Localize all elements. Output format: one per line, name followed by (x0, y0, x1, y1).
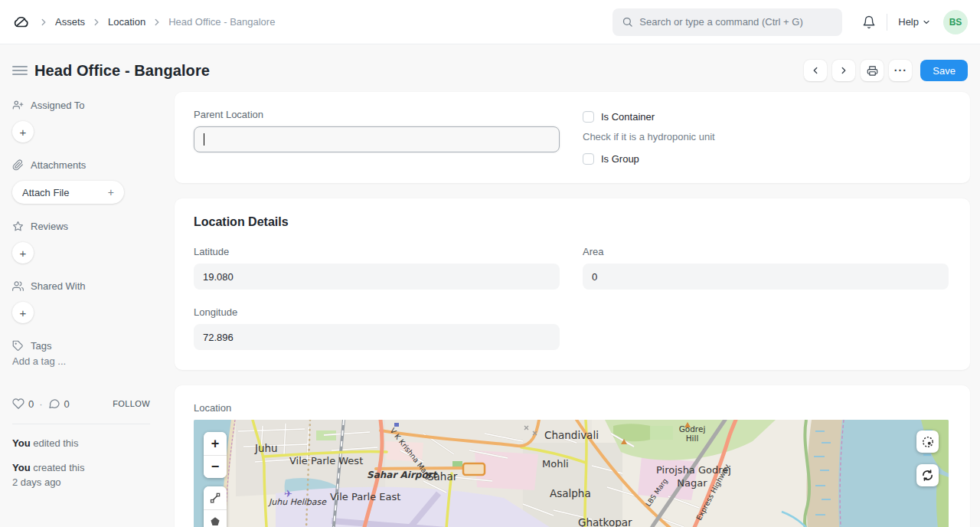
follow-button[interactable]: FOLLOW (113, 399, 150, 408)
text-caret (204, 133, 204, 146)
map-label: Ghatkopar (578, 516, 632, 527)
map-label: Hill (686, 434, 699, 443)
chevron-right-icon (152, 17, 162, 28)
heart-icon[interactable] (12, 398, 24, 410)
map-zoom-out-button[interactable]: − (204, 455, 227, 478)
sidebar-toggle-icon[interactable] (12, 66, 28, 75)
map-zoom-control: + − (204, 432, 227, 478)
card-location-map: Location (175, 385, 970, 527)
locate-dots-icon (921, 435, 935, 449)
map-refresh-button[interactable] (916, 464, 939, 486)
activity-timestamp: 2 days ago (12, 476, 150, 490)
is-group-checkbox[interactable] (583, 153, 594, 165)
printer-icon (867, 65, 878, 77)
comment-count: 0 (64, 398, 70, 410)
location-details-heading: Location Details (194, 215, 949, 229)
map-label: Chandivali (544, 429, 599, 441)
notifications-bell-icon[interactable] (862, 15, 876, 29)
user-avatar[interactable]: BS (943, 10, 968, 34)
comment-icon[interactable] (48, 398, 60, 410)
map-label: Nagar (677, 477, 707, 489)
draw-polygon-button[interactable] (204, 509, 227, 527)
navbar: Assets Location Head Office - Bangalore … (0, 0, 980, 44)
latitude-input[interactable] (194, 264, 560, 290)
like-count: 0 (28, 398, 34, 410)
shared-with-label: Shared With (31, 280, 86, 292)
page-header: Head Office - Bangalore ··· Save (0, 44, 980, 92)
map-label: Vile Parle East (330, 491, 400, 502)
more-options-button[interactable]: ··· (889, 60, 912, 81)
help-menu[interactable]: Help (898, 16, 931, 28)
attachments-label: Attachments (31, 159, 86, 171)
add-review-button[interactable]: + (12, 242, 34, 264)
attach-file-button[interactable]: Attach File + (12, 181, 124, 204)
card-parent-location: Parent Location Is Container Check if it… (175, 92, 970, 183)
map-zoom-in-button[interactable]: + (204, 432, 227, 455)
page-title: Head Office - Bangalore (34, 62, 210, 80)
help-label: Help (898, 16, 919, 28)
is-group-label: Is Group (601, 153, 639, 165)
draw-polyline-button[interactable] (204, 486, 227, 509)
tag-icon (12, 340, 24, 352)
users-icon (12, 280, 24, 292)
chevron-down-icon (922, 18, 931, 27)
activity-entry: You created this 2 days ago (12, 461, 150, 490)
plus-icon: + (108, 186, 114, 198)
previous-document-button[interactable] (804, 60, 827, 81)
activity-entry: You edited this (12, 437, 150, 451)
dot-separator: · (39, 398, 42, 410)
chevron-left-icon (810, 65, 821, 76)
breadcrumb: Assets Location Head Office - Bangalore (12, 12, 275, 32)
map-label: Mohli (542, 458, 569, 470)
search-placeholder: Search or type a command (Ctrl + G) (639, 16, 803, 28)
reviews-label: Reviews (31, 221, 68, 232)
refresh-icon (922, 470, 933, 481)
next-document-button[interactable] (832, 60, 855, 81)
map-label: Godrej (679, 424, 706, 434)
map-locate-button[interactable] (916, 430, 939, 453)
chevron-right-icon (38, 17, 49, 28)
leaflet-map[interactable]: ✈ ✈ Juhu Vile Parle West Sahar Airport S… (194, 420, 949, 527)
star-icon (12, 221, 24, 232)
map-field-label: Location (194, 402, 949, 414)
add-tag-input[interactable]: Add a tag ... (12, 355, 150, 367)
document-sidebar: Assigned To + Attachments Attach File + … (0, 92, 162, 500)
activity-action: created this (33, 462, 84, 473)
attach-file-label: Attach File (22, 187, 69, 198)
area-input[interactable] (583, 264, 949, 290)
navbar-divider (887, 14, 887, 31)
print-button[interactable] (861, 60, 884, 81)
form-area: Parent Location Is Container Check if it… (162, 92, 980, 527)
breadcrumb-current: Head Office - Bangalore (168, 16, 275, 28)
polyline-icon (209, 492, 221, 504)
add-share-button[interactable]: + (12, 302, 34, 323)
map-label: Vile Parle West (289, 455, 363, 466)
longitude-label: Longitude (194, 306, 560, 318)
activity-log: You edited this You created this 2 days … (12, 437, 150, 490)
is-container-label: Is Container (601, 111, 655, 123)
breadcrumb-assets[interactable]: Assets (55, 16, 85, 28)
breadcrumb-location[interactable]: Location (108, 16, 145, 28)
activity-actor: You (12, 462, 31, 473)
map-label: Asalpha (550, 487, 591, 499)
longitude-input[interactable] (194, 324, 560, 350)
add-assignment-button[interactable]: + (12, 121, 34, 142)
parent-location-label: Parent Location (194, 109, 560, 120)
parent-location-input[interactable] (194, 126, 560, 152)
sidebar-divider (12, 424, 150, 424)
save-button[interactable]: Save (920, 60, 968, 81)
latitude-label: Latitude (194, 246, 560, 257)
global-search-input[interactable]: Search or type a command (Ctrl + G) (612, 8, 842, 36)
area-label: Area (583, 246, 949, 257)
search-icon (622, 16, 633, 28)
paperclip-icon (12, 159, 24, 171)
is-container-checkbox[interactable] (583, 111, 594, 123)
openstreetmap-tiles: ✈ ✈ Juhu Vile Parle West Sahar Airport S… (194, 420, 949, 527)
chevron-right-icon (91, 17, 102, 28)
app-logo-icon[interactable] (12, 12, 32, 32)
activity-actor: You (12, 437, 31, 449)
assigned-to-label: Assigned To (31, 100, 85, 111)
polygon-icon (209, 516, 221, 527)
tags-label: Tags (31, 340, 51, 352)
activity-action: edited this (33, 437, 78, 449)
